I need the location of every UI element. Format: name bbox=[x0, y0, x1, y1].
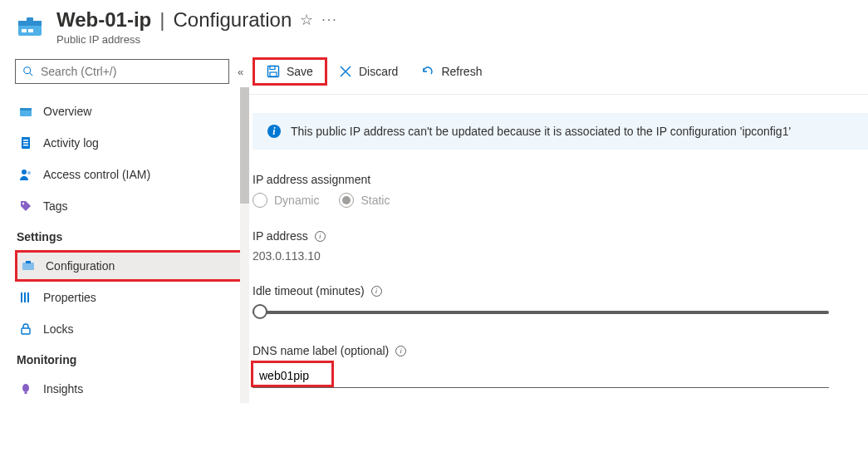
search-input[interactable] bbox=[41, 65, 222, 78]
properties-icon bbox=[18, 290, 33, 305]
info-text: This public IP address can't be updated … bbox=[291, 125, 791, 138]
nav-overview[interactable]: Overview bbox=[15, 96, 249, 127]
svg-rect-4 bbox=[28, 29, 33, 32]
svg-rect-3 bbox=[22, 29, 27, 32]
nav-properties[interactable]: Properties bbox=[15, 282, 249, 313]
nav-label: Insights bbox=[43, 382, 83, 396]
info-banner: i This public IP address can't be update… bbox=[253, 113, 868, 150]
search-icon bbox=[22, 66, 34, 77]
activity-log-icon bbox=[18, 135, 33, 150]
nav-label: Properties bbox=[43, 291, 96, 304]
nav-insights[interactable]: Insights bbox=[15, 373, 249, 405]
nav-group-settings: Settings bbox=[15, 222, 249, 250]
main-content: Save Discard Refresh i This public IP ad… bbox=[249, 49, 868, 445]
info-tooltip-icon[interactable]: i bbox=[395, 346, 406, 356]
svg-rect-25 bbox=[270, 66, 275, 70]
overview-icon bbox=[18, 104, 33, 119]
svg-rect-12 bbox=[23, 145, 28, 146]
svg-rect-8 bbox=[20, 108, 32, 111]
svg-rect-2 bbox=[27, 17, 33, 22]
nav-label: Tags bbox=[43, 199, 68, 213]
svg-rect-17 bbox=[26, 261, 31, 263]
save-button[interactable]: Save bbox=[253, 57, 327, 86]
save-icon bbox=[267, 65, 280, 78]
nav-label: Access control (IAM) bbox=[43, 168, 150, 181]
page-title: Configuration bbox=[173, 8, 292, 32]
svg-rect-21 bbox=[22, 328, 30, 334]
title-separator: | bbox=[159, 8, 164, 32]
svg-rect-18 bbox=[21, 292, 22, 302]
nav-label: Overview bbox=[43, 105, 91, 118]
dns-label: DNS name label (optional) i bbox=[253, 344, 868, 357]
discard-icon bbox=[339, 65, 352, 78]
save-label: Save bbox=[287, 65, 313, 78]
radio-dynamic: Dynamic bbox=[253, 193, 319, 208]
svg-point-15 bbox=[22, 203, 24, 204]
idle-timeout-slider[interactable] bbox=[253, 304, 829, 321]
refresh-icon bbox=[421, 65, 434, 78]
svg-point-14 bbox=[27, 171, 31, 174]
dns-name-input[interactable] bbox=[253, 364, 829, 388]
info-tooltip-icon[interactable]: i bbox=[371, 286, 382, 297]
sidebar-search[interactable] bbox=[15, 59, 229, 84]
sidebar-nav: Overview Activity log Access control (IA… bbox=[15, 96, 249, 405]
tags-icon bbox=[18, 199, 33, 214]
svg-rect-23 bbox=[25, 392, 27, 394]
nav-locks[interactable]: Locks bbox=[15, 313, 249, 345]
ip-address-value: 203.0.113.10 bbox=[253, 249, 868, 263]
refresh-label: Refresh bbox=[441, 65, 482, 78]
idle-timeout-label: Idle timeout (minutes) i bbox=[253, 284, 868, 297]
insights-icon bbox=[18, 381, 33, 396]
access-control-icon bbox=[18, 167, 33, 182]
favorite-star-icon[interactable]: ☆ bbox=[300, 11, 313, 29]
resource-name: Web-01-ip bbox=[56, 8, 151, 32]
nav-activity-log[interactable]: Activity log bbox=[15, 127, 249, 159]
page-header: Web-01-ip | Configuration ☆ ··· Public I… bbox=[0, 0, 868, 49]
svg-rect-10 bbox=[23, 140, 28, 141]
svg-rect-20 bbox=[27, 292, 29, 302]
svg-point-22 bbox=[22, 384, 29, 392]
info-icon: i bbox=[267, 125, 281, 138]
command-bar: Save Discard Refresh bbox=[249, 49, 868, 95]
locks-icon bbox=[18, 322, 33, 337]
svg-rect-16 bbox=[22, 263, 34, 270]
svg-point-5 bbox=[24, 67, 31, 74]
more-actions-icon[interactable]: ··· bbox=[321, 12, 337, 27]
nav-tags[interactable]: Tags bbox=[15, 190, 249, 222]
nav-label: Activity log bbox=[43, 136, 99, 150]
radio-static: Static bbox=[339, 193, 390, 208]
discard-label: Discard bbox=[359, 65, 398, 78]
collapse-sidebar-icon[interactable]: « bbox=[238, 66, 243, 78]
discard-button[interactable]: Discard bbox=[327, 60, 409, 83]
ip-address-label: IP address i bbox=[253, 229, 868, 243]
nav-configuration[interactable]: Configuration bbox=[15, 250, 249, 282]
sidebar-scrollbar[interactable] bbox=[240, 87, 249, 403]
svg-rect-11 bbox=[23, 142, 28, 144]
sidebar: « Overview Activity log Access control (… bbox=[0, 49, 249, 445]
svg-rect-19 bbox=[24, 292, 26, 302]
svg-rect-26 bbox=[270, 72, 277, 76]
nav-access-control[interactable]: Access control (IAM) bbox=[15, 159, 249, 190]
public-ip-icon bbox=[15, 12, 45, 42]
info-tooltip-icon[interactable]: i bbox=[315, 231, 326, 242]
configuration-icon bbox=[21, 258, 36, 273]
svg-line-6 bbox=[30, 73, 33, 76]
refresh-button[interactable]: Refresh bbox=[409, 60, 493, 83]
svg-point-13 bbox=[22, 170, 27, 174]
nav-group-monitoring: Monitoring bbox=[15, 345, 249, 373]
nav-label: Locks bbox=[43, 322, 74, 336]
assignment-radios: Dynamic Static bbox=[253, 193, 868, 208]
assignment-label: IP address assignment bbox=[253, 173, 868, 186]
resource-type: Public IP address bbox=[56, 33, 853, 46]
nav-label: Configuration bbox=[46, 259, 115, 273]
